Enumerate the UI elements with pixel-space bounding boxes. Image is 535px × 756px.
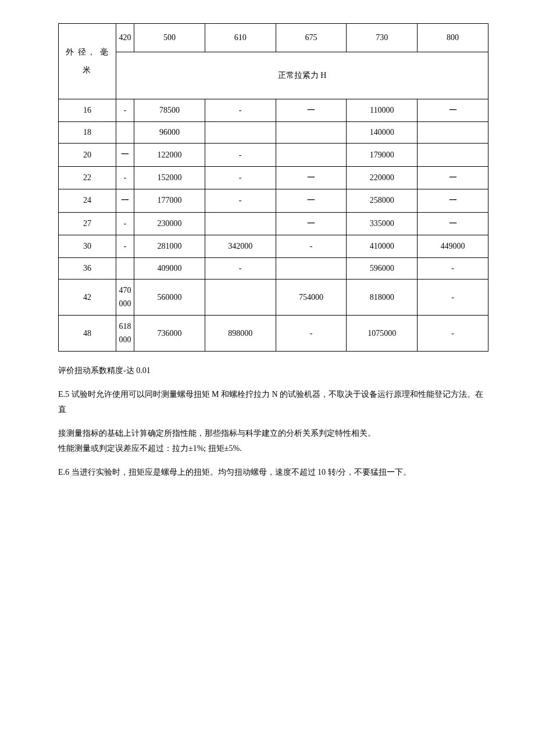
cell: 179000: [347, 144, 418, 166]
cell: 122000: [134, 144, 205, 166]
cell: 110000: [347, 99, 418, 122]
cell: -: [276, 316, 347, 352]
row-label: 24: [59, 189, 116, 212]
cell: 78500: [134, 99, 205, 122]
cell: -: [418, 258, 488, 280]
note-line: E.5 试验时允许使用可以同时测量螺母扭矩 M 和螺栓拧拉力 N 的试验机器，不…: [58, 387, 488, 418]
cell: 一: [276, 99, 347, 122]
cell: [205, 212, 276, 235]
col-header: 500: [134, 24, 205, 52]
cell: -: [205, 189, 276, 212]
cell: -: [418, 316, 488, 352]
cell: 449000: [418, 235, 488, 257]
table-row: 20 一 122000 - 179000: [59, 144, 488, 166]
cell: 618000: [116, 316, 134, 352]
cell: 一: [276, 166, 347, 189]
cell: -: [205, 258, 276, 280]
cell: -: [205, 144, 276, 166]
row-label: 36: [59, 258, 116, 280]
cell: 258000: [347, 189, 418, 212]
notes-block: 评价扭动系数精度-达 0.01 E.5 试验时允许使用可以同时测量螺母扭矩 M …: [58, 363, 488, 481]
note-text: 性能测量或判定误差应不超过：拉力±1%; 扭矩±5%.: [58, 444, 242, 453]
table-row: 16 - 78500 - 一 110000 一: [59, 99, 488, 122]
cell: 一: [116, 189, 134, 212]
cell: -: [116, 166, 134, 189]
cell: 470000: [116, 280, 134, 316]
table-row: 48 618000 736000 898000 - 1075000 -: [59, 316, 488, 352]
cell: -: [116, 235, 134, 257]
cell: [276, 122, 347, 144]
row-header-label: 外 径， 毫 米: [59, 24, 116, 99]
col-header: 800: [418, 24, 488, 52]
cell: 一: [276, 212, 347, 235]
note-text: 接测量指标的基础上计算确定所指性能，那些指标与科学建立的分析关系判定特性相关。: [58, 429, 376, 438]
note-line: 接测量指标的基础上计算确定所指性能，那些指标与科学建立的分析关系判定特性相关。 …: [58, 426, 488, 457]
tension-table: 外 径， 毫 米 420 500 610 675 730 800 正常拉紧力 Н…: [58, 23, 488, 352]
cell: [418, 122, 488, 144]
cell: 335000: [347, 212, 418, 235]
cell: -: [418, 280, 488, 316]
row-label: 22: [59, 166, 116, 189]
cell: 560000: [134, 280, 205, 316]
row-label: 48: [59, 316, 116, 352]
table-row: 30 - 281000 342000 - 410000 449000: [59, 235, 488, 257]
table-row: 22 - 152000 - 一 220000 一: [59, 166, 488, 189]
cell: -: [276, 235, 347, 257]
col-header: 610: [205, 24, 276, 52]
cell: 177000: [134, 189, 205, 212]
cell: 220000: [347, 166, 418, 189]
cell: -: [116, 99, 134, 122]
cell: 一: [276, 189, 347, 212]
cell: 152000: [134, 166, 205, 189]
cell: -: [116, 212, 134, 235]
cell: -: [205, 166, 276, 189]
cell: 一: [418, 99, 488, 122]
cell: 818000: [347, 280, 418, 316]
cell: [116, 258, 134, 280]
cell: 736000: [134, 316, 205, 352]
cell: 596000: [347, 258, 418, 280]
note-line: E.6 当进行实验时，扭矩应是螺母上的扭矩。均匀扭动螺母，速度不超过 10 转/…: [58, 465, 488, 481]
cell: 140000: [347, 122, 418, 144]
cell: 409000: [134, 258, 205, 280]
cell: 一: [418, 189, 488, 212]
table-row: 42 470000 560000 754000 818000 -: [59, 280, 488, 316]
cell: 1075000: [347, 316, 418, 352]
cell: 一: [116, 144, 134, 166]
cell: [418, 144, 488, 166]
cell: 96000: [134, 122, 205, 144]
row-label: 20: [59, 144, 116, 166]
col-header: 675: [276, 24, 347, 52]
table-row: 27 - 230000 一 335000 一: [59, 212, 488, 235]
cell: [116, 122, 134, 144]
row-label: 27: [59, 212, 116, 235]
row-label: 16: [59, 99, 116, 122]
cell: 342000: [205, 235, 276, 257]
table-row: 24 一 177000 - 一 258000 一: [59, 189, 488, 212]
cell: [276, 258, 347, 280]
cell: 一: [418, 166, 488, 189]
row-label: 42: [59, 280, 116, 316]
cell: 898000: [205, 316, 276, 352]
table-row: 36 409000 - 596000 -: [59, 258, 488, 280]
cell: 281000: [134, 235, 205, 257]
row-label: 30: [59, 235, 116, 257]
row-label: 18: [59, 122, 116, 144]
cell: 410000: [347, 235, 418, 257]
cell: -: [205, 99, 276, 122]
cell: [205, 280, 276, 316]
cell: [205, 122, 276, 144]
col-header: 730: [347, 24, 418, 52]
cell: [276, 144, 347, 166]
note-line: 评价扭动系数精度-达 0.01: [58, 363, 488, 379]
cell: 754000: [276, 280, 347, 316]
cell: 一: [418, 212, 488, 235]
table-row: 18 96000 140000: [59, 122, 488, 144]
span-header: 正常拉紧力 Н: [116, 52, 488, 99]
cell: 230000: [134, 212, 205, 235]
col-header: 420: [116, 24, 134, 52]
